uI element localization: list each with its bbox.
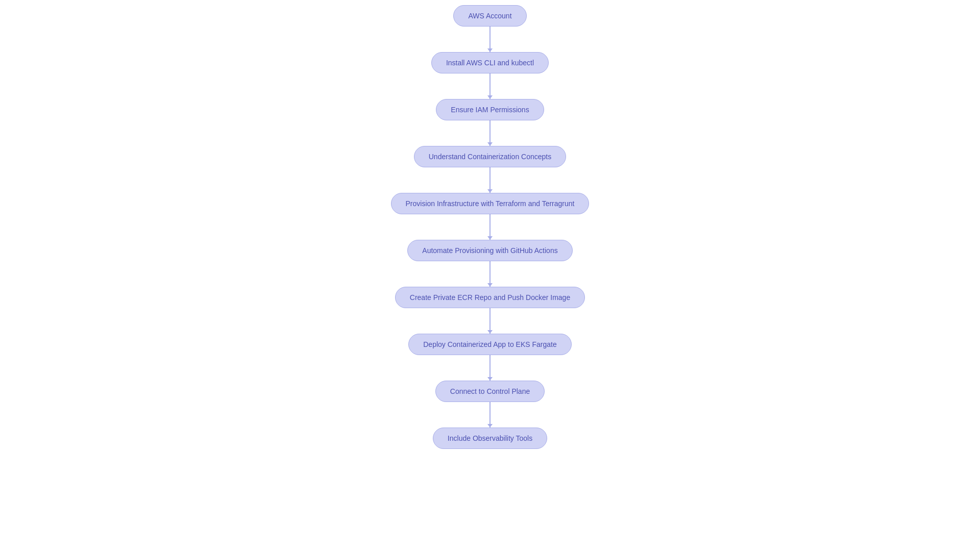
connector-1 bbox=[489, 73, 491, 99]
flow-node-automate-provisioning[interactable]: Automate Provisioning with GitHub Action… bbox=[407, 240, 572, 261]
flow-node-deploy-app[interactable]: Deploy Containerized App to EKS Fargate bbox=[408, 334, 572, 355]
flow-node-provision-infra[interactable]: Provision Infrastructure with Terraform … bbox=[391, 193, 590, 214]
flow-node-aws-account[interactable]: AWS Account bbox=[453, 5, 526, 27]
connector-8 bbox=[489, 402, 491, 428]
connector-4 bbox=[489, 214, 491, 240]
flow-node-ensure-iam[interactable]: Ensure IAM Permissions bbox=[436, 99, 544, 120]
connector-2 bbox=[489, 120, 491, 146]
connector-5 bbox=[489, 261, 491, 287]
flow-node-connect-control-plane[interactable]: Connect to Control Plane bbox=[435, 381, 545, 402]
flow-node-install-cli[interactable]: Install AWS CLI and kubectl bbox=[431, 52, 549, 73]
connector-0 bbox=[489, 27, 491, 52]
flow-node-create-ecr[interactable]: Create Private ECR Repo and Push Docker … bbox=[395, 287, 585, 308]
connector-3 bbox=[489, 167, 491, 193]
connector-6 bbox=[489, 308, 491, 334]
flow-node-understand-containers[interactable]: Understand Containerization Concepts bbox=[414, 146, 566, 167]
flow-node-include-observability[interactable]: Include Observability Tools bbox=[433, 428, 547, 449]
flowchart-diagram: AWS AccountInstall AWS CLI and kubectlEn… bbox=[391, 0, 590, 449]
connector-7 bbox=[489, 355, 491, 381]
